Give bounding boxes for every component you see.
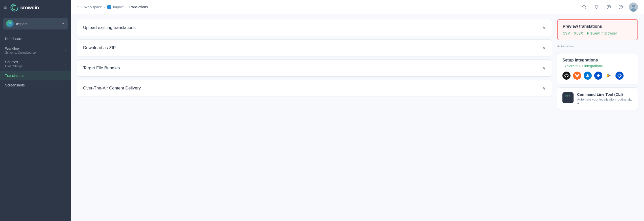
sidebar-item-sources[interactable]: Sources Files, Strings › bbox=[0, 57, 71, 71]
logo: crowdin bbox=[10, 3, 39, 12]
accordion-ota-title: Over-The-Air Content Delivery bbox=[83, 86, 141, 91]
breadcrumb-translations: Translations bbox=[129, 5, 148, 9]
explore-integrations-link[interactable]: Explore 500+ integrations bbox=[562, 64, 633, 68]
preview-csv-link[interactable]: CSV bbox=[563, 31, 570, 35]
help-icon[interactable] bbox=[617, 3, 625, 11]
sidebar-item-sub-workflow: Scheme, Crowdsource bbox=[5, 51, 36, 54]
main-column: Upload existing translations ∨ Download … bbox=[77, 19, 552, 216]
cli-title: Command Line Tool (CLI) bbox=[577, 92, 633, 97]
accordion-download-title: Download as ZIP bbox=[83, 45, 116, 50]
preview-translations-card: Preview translations CSV XLSX Preview in… bbox=[557, 19, 638, 40]
preview-translations-title: Preview translations bbox=[563, 24, 632, 29]
breadcrumb-globe-icon: 🌐 bbox=[107, 5, 111, 9]
sidebar-item-workflow[interactable]: Workflow Scheme, Crowdsource › bbox=[0, 44, 71, 57]
hamburger-icon[interactable]: ≡ bbox=[4, 5, 7, 10]
accordion-ota-chevron: ∨ bbox=[542, 85, 546, 91]
right-sidebar: Preview translations CSV XLSX Preview in… bbox=[557, 19, 638, 216]
sidebar-header: ≡ crowdin bbox=[0, 0, 71, 15]
svg-point-7 bbox=[621, 8, 621, 8]
azure-integration-icon[interactable] bbox=[584, 72, 592, 80]
sidebar-item-screenshots[interactable]: Screenshots bbox=[0, 80, 71, 90]
page-body: Upload existing translations ∨ Download … bbox=[71, 14, 644, 221]
cli-card: >>> _ Command Line Tool (CLI) Automate y… bbox=[557, 87, 638, 110]
sidebar: ≡ crowdin Impact ▼ Dashboard bbox=[0, 0, 71, 221]
sidebar-item-label-workflow: Workflow bbox=[5, 46, 36, 50]
cli-description: Automate your localization routine via a bbox=[577, 98, 633, 105]
preview-xlsx-link[interactable]: XLSX bbox=[574, 31, 583, 35]
breadcrumb: ⌂ › Workspace › 🌐 Impact › Translations bbox=[77, 5, 148, 9]
notifications-icon[interactable] bbox=[592, 3, 601, 11]
accordion-bundles-title: Target File Bundles bbox=[83, 66, 120, 71]
sidebar-arrow-sources: › bbox=[65, 62, 66, 66]
cli-terminal-display: >>> _ bbox=[565, 94, 571, 102]
topbar: ⌂ › Workspace › 🌐 Impact › Translations bbox=[71, 0, 644, 14]
svg-rect-5 bbox=[607, 6, 610, 8]
cli-info: Command Line Tool (CLI) Automate your lo… bbox=[577, 92, 633, 105]
breadcrumb-impact[interactable]: 🌐 Impact bbox=[107, 5, 123, 9]
preview-links-container: CSV XLSX Preview in browser bbox=[563, 31, 632, 35]
accordion-upload-chevron: ∨ bbox=[542, 25, 546, 30]
gitlab-integration-icon[interactable] bbox=[573, 72, 581, 80]
breadcrumb-sep-3: › bbox=[126, 5, 127, 9]
accordion-ota[interactable]: Over-The-Air Content Delivery ∨ bbox=[77, 80, 552, 97]
accordion-download-chevron: ∨ bbox=[542, 45, 546, 51]
sidebar-item-dashboard[interactable]: Dashboard bbox=[0, 34, 71, 44]
avatar-image bbox=[629, 3, 638, 12]
search-icon[interactable] bbox=[580, 3, 588, 11]
breadcrumb-home-icon[interactable]: ⌂ bbox=[77, 5, 79, 9]
crowdin-logo-icon bbox=[10, 3, 19, 12]
integrations-icons-row: ... bbox=[562, 72, 633, 80]
automation-label: Automation bbox=[557, 43, 638, 50]
main-content: ⌂ › Workspace › 🌐 Impact › Translations bbox=[71, 0, 644, 221]
logo-text: crowdin bbox=[20, 5, 39, 11]
integrations-title: Setup integrations bbox=[562, 58, 633, 62]
breadcrumb-sep-1: › bbox=[81, 5, 82, 9]
user-avatar[interactable] bbox=[629, 3, 638, 12]
accordion-upload-title: Upload existing translations bbox=[83, 25, 136, 30]
sidebar-item-label-dashboard: Dashboard bbox=[5, 37, 22, 41]
breadcrumb-workspace[interactable]: Workspace bbox=[84, 5, 102, 9]
github-integration-icon[interactable] bbox=[562, 72, 571, 80]
sidebar-item-translations[interactable]: Translations bbox=[0, 71, 71, 80]
preview-browser-link[interactable]: Preview in browser bbox=[587, 31, 617, 35]
sidebar-item-label-sources: Sources bbox=[5, 60, 22, 64]
accordion-bundles-chevron: ∨ bbox=[542, 65, 546, 71]
sidebar-item-sub-sources: Files, Strings bbox=[5, 65, 22, 68]
more-integrations-button[interactable]: ... bbox=[627, 73, 631, 78]
sidebar-item-label-screenshots: Screenshots bbox=[5, 83, 25, 87]
svg-point-3 bbox=[9, 23, 10, 24]
accordion-download[interactable]: Download as ZIP ∨ bbox=[77, 39, 552, 56]
breadcrumb-sep-2: › bbox=[104, 5, 105, 9]
integrations-card: Setup integrations Explore 500+ integrat… bbox=[557, 53, 638, 84]
cli-terminal-icon: >>> _ bbox=[562, 92, 574, 103]
sidebar-arrow-workflow: › bbox=[65, 49, 66, 52]
accordion-upload[interactable]: Upload existing translations ∨ bbox=[77, 19, 552, 36]
topbar-actions bbox=[580, 3, 638, 12]
project-dropdown-arrow: ▼ bbox=[62, 22, 65, 25]
bitbucket-integration-icon[interactable] bbox=[594, 72, 602, 80]
project-selector[interactable]: Impact ▼ bbox=[3, 18, 68, 29]
breadcrumb-impact-label: Impact bbox=[113, 5, 123, 9]
project-name: Impact bbox=[16, 22, 62, 26]
svg-point-0 bbox=[15, 5, 16, 6]
accordion-bundles[interactable]: Target File Bundles ∨ bbox=[77, 59, 552, 77]
jira-integration-icon[interactable] bbox=[615, 72, 624, 80]
messages-icon[interactable] bbox=[605, 3, 613, 11]
sidebar-nav: Dashboard Workflow Scheme, Crowdsource ›… bbox=[0, 32, 71, 221]
sidebar-item-label-translations: Translations bbox=[5, 74, 24, 78]
svg-point-9 bbox=[632, 5, 635, 8]
project-icon bbox=[6, 20, 14, 27]
gplay-integration-icon[interactable] bbox=[605, 72, 613, 80]
